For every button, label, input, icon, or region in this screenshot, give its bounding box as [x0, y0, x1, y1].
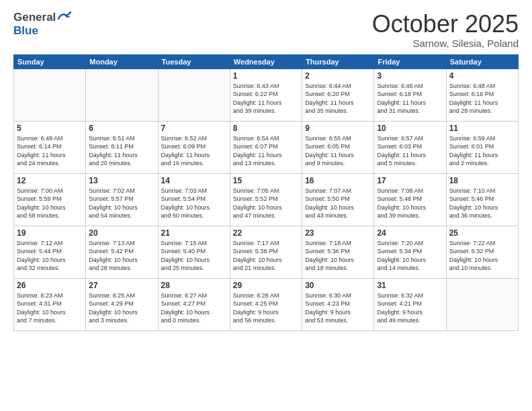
day-number: 6 [89, 124, 154, 133]
calendar-week-row: 5Sunrise: 6:49 AM Sunset: 6:14 PM Daylig… [14, 121, 519, 173]
table-row: 9Sunrise: 6:55 AM Sunset: 6:05 PM Daylig… [302, 121, 374, 173]
day-number: 13 [89, 176, 154, 185]
day-info: Sunrise: 6:51 AM Sunset: 6:11 PM Dayligh… [89, 134, 154, 168]
day-number: 11 [449, 124, 515, 133]
table-row: 4Sunrise: 6:48 AM Sunset: 6:16 PM Daylig… [446, 68, 518, 121]
header: General Blue October 2025 Sarnow, Silesi… [13, 11, 519, 49]
day-info: Sunrise: 7:05 AM Sunset: 5:52 PM Dayligh… [233, 187, 299, 220]
table-row: 19Sunrise: 7:12 AM Sunset: 5:44 PM Dayli… [14, 226, 86, 278]
day-info: Sunrise: 7:20 AM Sunset: 5:34 PM Dayligh… [377, 239, 443, 273]
day-number: 8 [233, 124, 299, 133]
day-number: 14 [161, 176, 227, 185]
table-row: 11Sunrise: 6:59 AM Sunset: 6:01 PM Dayli… [446, 121, 518, 173]
day-info: Sunrise: 6:49 AM Sunset: 6:14 PM Dayligh… [17, 134, 83, 168]
table-row: 5Sunrise: 6:49 AM Sunset: 6:14 PM Daylig… [14, 121, 86, 173]
location: Sarnow, Silesia, Poland [372, 38, 519, 49]
table-row [86, 68, 158, 121]
day-number: 22 [233, 228, 299, 238]
header-friday: Friday [374, 54, 446, 68]
table-row: 14Sunrise: 7:03 AM Sunset: 5:54 PM Dayli… [158, 173, 230, 226]
header-monday: Monday [86, 54, 158, 68]
day-number: 4 [449, 71, 515, 81]
table-row: 18Sunrise: 7:10 AM Sunset: 5:46 PM Dayli… [446, 173, 518, 226]
day-info: Sunrise: 7:13 AM Sunset: 5:42 PM Dayligh… [89, 239, 154, 273]
table-row: 10Sunrise: 6:57 AM Sunset: 6:03 PM Dayli… [374, 121, 446, 173]
day-number: 26 [17, 281, 83, 290]
table-row: 8Sunrise: 6:54 AM Sunset: 6:07 PM Daylig… [230, 121, 302, 173]
table-row: 30Sunrise: 6:30 AM Sunset: 4:23 PM Dayli… [302, 278, 374, 330]
day-number: 3 [377, 71, 443, 81]
table-row: 28Sunrise: 6:27 AM Sunset: 4:27 PM Dayli… [158, 278, 230, 330]
calendar-table: Sunday Monday Tuesday Wednesday Thursday… [13, 54, 519, 331]
day-number: 23 [305, 228, 371, 238]
day-info: Sunrise: 7:02 AM Sunset: 5:57 PM Dayligh… [89, 187, 154, 220]
header-saturday: Saturday [446, 54, 518, 68]
table-row: 26Sunrise: 6:23 AM Sunset: 4:31 PM Dayli… [14, 278, 86, 330]
header-thursday: Thursday [302, 54, 374, 68]
day-number: 29 [233, 281, 299, 290]
day-info: Sunrise: 7:12 AM Sunset: 5:44 PM Dayligh… [17, 239, 83, 273]
table-row: 23Sunrise: 7:18 AM Sunset: 5:36 PM Dayli… [302, 226, 374, 278]
table-row: 16Sunrise: 7:07 AM Sunset: 5:50 PM Dayli… [302, 173, 374, 226]
day-number: 21 [161, 228, 227, 238]
day-number: 28 [161, 281, 227, 290]
table-row: 20Sunrise: 7:13 AM Sunset: 5:42 PM Dayli… [86, 226, 158, 278]
title-area: October 2025 Sarnow, Silesia, Poland [372, 11, 519, 49]
table-row: 31Sunrise: 6:32 AM Sunset: 4:21 PM Dayli… [374, 278, 446, 330]
day-info: Sunrise: 7:07 AM Sunset: 5:50 PM Dayligh… [305, 187, 371, 220]
calendar-header-row: Sunday Monday Tuesday Wednesday Thursday… [14, 54, 519, 68]
day-number: 12 [17, 176, 83, 185]
day-info: Sunrise: 6:44 AM Sunset: 6:20 PM Dayligh… [305, 82, 371, 116]
day-info: Sunrise: 6:52 AM Sunset: 6:09 PM Dayligh… [161, 134, 227, 168]
day-number: 24 [377, 228, 443, 238]
table-row: 22Sunrise: 7:17 AM Sunset: 5:38 PM Dayli… [230, 226, 302, 278]
day-number: 16 [305, 176, 371, 185]
day-info: Sunrise: 6:30 AM Sunset: 4:23 PM Dayligh… [305, 291, 371, 325]
month-title: October 2025 [372, 11, 519, 38]
table-row: 27Sunrise: 6:25 AM Sunset: 4:29 PM Dayli… [86, 278, 158, 330]
table-row [14, 68, 86, 121]
day-info: Sunrise: 7:22 AM Sunset: 5:32 PM Dayligh… [449, 239, 515, 273]
table-row [446, 278, 518, 330]
calendar-week-row: 12Sunrise: 7:00 AM Sunset: 5:59 PM Dayli… [14, 173, 519, 226]
day-number: 20 [89, 228, 154, 238]
table-row: 24Sunrise: 7:20 AM Sunset: 5:34 PM Dayli… [374, 226, 446, 278]
day-info: Sunrise: 7:17 AM Sunset: 5:38 PM Dayligh… [233, 239, 299, 273]
page: General Blue October 2025 Sarnow, Silesi… [0, 0, 532, 411]
day-info: Sunrise: 6:57 AM Sunset: 6:03 PM Dayligh… [377, 134, 443, 168]
table-row: 6Sunrise: 6:51 AM Sunset: 6:11 PM Daylig… [86, 121, 158, 173]
logo-blue-text: Blue [13, 24, 38, 37]
logo-bird-icon [57, 11, 72, 24]
day-info: Sunrise: 6:46 AM Sunset: 6:18 PM Dayligh… [377, 82, 443, 116]
day-number: 27 [89, 281, 154, 290]
day-info: Sunrise: 7:10 AM Sunset: 5:46 PM Dayligh… [449, 187, 515, 220]
table-row: 17Sunrise: 7:08 AM Sunset: 5:48 PM Dayli… [374, 173, 446, 226]
day-number: 10 [377, 124, 443, 133]
day-number: 25 [449, 228, 515, 238]
day-number: 9 [305, 124, 371, 133]
header-wednesday: Wednesday [230, 54, 302, 68]
day-info: Sunrise: 6:43 AM Sunset: 6:22 PM Dayligh… [233, 82, 299, 116]
day-number: 2 [305, 71, 371, 81]
header-tuesday: Tuesday [158, 54, 230, 68]
day-info: Sunrise: 7:03 AM Sunset: 5:54 PM Dayligh… [161, 187, 227, 220]
table-row: 25Sunrise: 7:22 AM Sunset: 5:32 PM Dayli… [446, 226, 518, 278]
day-number: 7 [161, 124, 227, 133]
calendar-week-row: 19Sunrise: 7:12 AM Sunset: 5:44 PM Dayli… [14, 226, 519, 278]
day-info: Sunrise: 6:28 AM Sunset: 4:25 PM Dayligh… [233, 291, 299, 325]
day-info: Sunrise: 6:54 AM Sunset: 6:07 PM Dayligh… [233, 134, 299, 168]
day-info: Sunrise: 6:27 AM Sunset: 4:27 PM Dayligh… [161, 291, 227, 325]
day-number: 30 [305, 281, 371, 290]
day-info: Sunrise: 7:15 AM Sunset: 5:40 PM Dayligh… [161, 239, 227, 273]
day-number: 17 [377, 176, 443, 185]
day-number: 18 [449, 176, 515, 185]
table-row: 1Sunrise: 6:43 AM Sunset: 6:22 PM Daylig… [230, 68, 302, 121]
table-row: 21Sunrise: 7:15 AM Sunset: 5:40 PM Dayli… [158, 226, 230, 278]
table-row: 13Sunrise: 7:02 AM Sunset: 5:57 PM Dayli… [86, 173, 158, 226]
day-info: Sunrise: 6:25 AM Sunset: 4:29 PM Dayligh… [89, 291, 154, 325]
table-row: 2Sunrise: 6:44 AM Sunset: 6:20 PM Daylig… [302, 68, 374, 121]
header-sunday: Sunday [14, 54, 86, 68]
day-number: 31 [377, 281, 443, 290]
table-row: 3Sunrise: 6:46 AM Sunset: 6:18 PM Daylig… [374, 68, 446, 121]
table-row: 12Sunrise: 7:00 AM Sunset: 5:59 PM Dayli… [14, 173, 86, 226]
